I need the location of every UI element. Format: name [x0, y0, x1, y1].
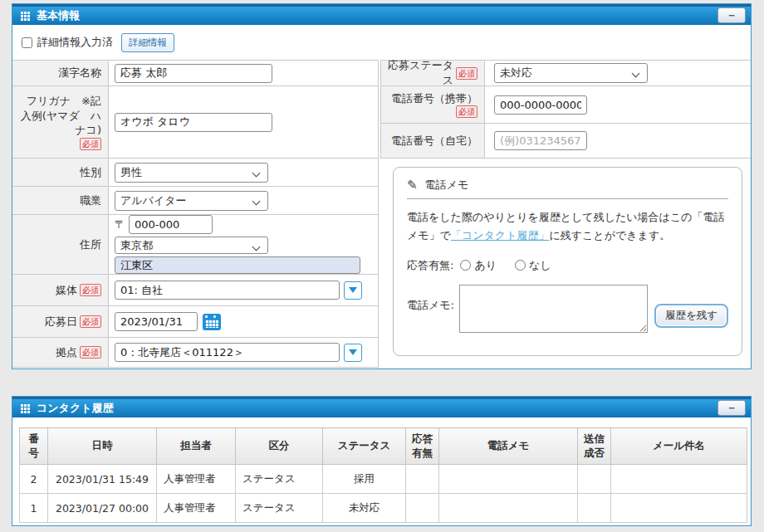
calendar-icon[interactable]: [203, 314, 221, 330]
table-header-row: 番号日時担当者区分ステータス応答有無電話メモ送信成否メール件名: [20, 428, 747, 465]
left-form-table: 漢字名称 フリガナ ※記入例(ヤマダ ハナコ) 必須 性別 男性 職業 アルバイ…: [12, 60, 379, 368]
contact-table-head: 番号日時担当者区分ステータス応答有無電話メモ送信成否メール件名: [20, 428, 747, 465]
table-cell: [406, 465, 439, 494]
detail-entered-label: 詳細情報入力済: [37, 35, 113, 50]
apply-date-input[interactable]: [115, 312, 198, 331]
furigana-required-badge: 必須: [80, 138, 101, 150]
basic-info-panel: 基本情報 − 詳細情報入力済 詳細情報 漢字名称 フリガナ ※記入例(ヤマダ ハ…: [12, 3, 752, 369]
status-select[interactable]: 未対応: [494, 63, 648, 83]
grid-icon: [21, 404, 30, 413]
panel-title: 基本情報: [37, 8, 80, 23]
pencil-icon: ✎: [407, 179, 418, 192]
table-cell: 2: [20, 465, 48, 494]
phone-memo-box: ✎ 電話メモ 電話をした際のやりとりを履歴として残したい場合はこの「電話メモ」で…: [393, 167, 742, 356]
column-header-3: 担当者: [157, 428, 236, 465]
occupation-value: アルバイター: [120, 193, 187, 208]
column-header-7: 電話メモ: [439, 428, 578, 465]
table-cell: 1: [20, 494, 48, 523]
column-header-1: 番号: [20, 428, 48, 465]
detail-info-button[interactable]: 詳細情報: [121, 33, 174, 52]
table-cell: 採用: [323, 465, 406, 494]
column-header-2: 日時: [48, 428, 157, 465]
media-label: 媒体: [56, 283, 77, 298]
minimize-button[interactable]: −: [717, 400, 746, 416]
answer-no-label: なし: [529, 258, 551, 273]
phone-memo-title: 電話メモ: [425, 178, 469, 193]
table-cell: [578, 465, 611, 494]
detail-entered-row: 詳細情報入力済 詳細情報: [12, 25, 751, 60]
table-row: 22023/01/31 15:49人事管理者ステータス採用: [20, 465, 747, 494]
panel-title: コンタクト履歴: [37, 401, 114, 416]
status-label: 応募ステータス: [384, 58, 453, 87]
grid-icon: [21, 12, 30, 21]
column-header-4: 区分: [236, 428, 323, 465]
table-cell: [406, 494, 439, 523]
status-required-badge: 必須: [456, 67, 478, 80]
apply-date-required-badge: 必須: [80, 315, 101, 328]
postal-mark: 〒: [115, 217, 125, 232]
answer-no-radio[interactable]: [515, 260, 526, 271]
table-cell: [611, 465, 747, 494]
media-input[interactable]: [115, 281, 340, 300]
table-cell: 人事管理者: [157, 465, 236, 494]
gender-select[interactable]: 男性: [115, 163, 268, 183]
kanji-name-input[interactable]: [115, 64, 272, 83]
media-required-badge: 必須: [80, 284, 101, 296]
phone-memo-textarea[interactable]: [459, 285, 648, 333]
column-header-9: メール件名: [611, 428, 747, 465]
address-label: 住所: [12, 215, 109, 274]
table-cell: ステータス: [236, 465, 323, 494]
phone-memo-description: 電話をした際のやりとりを履歴として残したい場合はこの「電話メモ」で「コンタクト履…: [407, 208, 728, 246]
home-phone-input[interactable]: [494, 131, 587, 150]
gender-value: 男性: [120, 165, 142, 180]
mobile-required-badge: 必須: [456, 105, 478, 118]
kanji-name-label: 漢字名称: [12, 61, 109, 85]
right-form-table: 応募ステータス 必須 未対応 電話番号（携帯） 必須 電話番号（自宅）: [380, 60, 751, 159]
branch-dropdown-button[interactable]: [344, 344, 362, 362]
answer-yes-radio[interactable]: [460, 260, 471, 271]
occupation-label: 職業: [12, 187, 109, 214]
memo-desc-after: に残すことができます。: [549, 229, 670, 242]
answer-yes-label: あり: [474, 258, 497, 273]
table-cell: 2023/01/31 15:49: [48, 465, 157, 494]
branch-required-badge: 必須: [80, 346, 101, 359]
column-header-8: 送信成否: [578, 428, 611, 465]
table-cell: [439, 465, 578, 494]
media-dropdown-button[interactable]: [344, 281, 362, 300]
prefecture-select[interactable]: 東京都: [115, 237, 268, 254]
occupation-select[interactable]: アルバイター: [115, 191, 268, 211]
contact-history-table: 番号日時担当者区分ステータス応答有無電話メモ送信成否メール件名 22023/01…: [19, 427, 747, 523]
save-history-button[interactable]: 履歴を残す: [654, 304, 728, 328]
table-cell: [578, 494, 611, 523]
contact-history-panel: コンタクト履歴 − 番号日時担当者区分ステータス応答有無電話メモ送信成否メール件…: [12, 396, 752, 526]
contact-history-link[interactable]: 「コンタクト履歴」: [451, 229, 550, 242]
mobile-phone-input[interactable]: [494, 95, 587, 115]
table-cell: ステータス: [236, 494, 323, 523]
table-cell: [439, 494, 578, 523]
minimize-button[interactable]: −: [717, 7, 746, 23]
column-header-6: 応答有無: [406, 428, 439, 465]
basic-info-header: 基本情報 −: [12, 4, 751, 25]
column-header-5: ステータス: [323, 428, 406, 465]
prefecture-value: 東京都: [120, 238, 153, 253]
furigana-input[interactable]: [115, 113, 272, 132]
phone-memo-input-label: 電話メモ:: [407, 298, 454, 313]
status-value: 未対応: [500, 66, 532, 81]
furigana-label: フリガナ ※記入例(ヤマダ ハナコ): [16, 94, 101, 138]
home-phone-label: 電話番号（自宅）: [381, 124, 485, 158]
table-cell: 2023/01/27 00:00: [48, 494, 157, 523]
contact-history-header: コンタクト履歴 −: [12, 397, 751, 417]
table-cell: [611, 494, 747, 523]
mobile-phone-label: 電話番号（携帯）: [391, 91, 478, 106]
contact-table-body: 22023/01/31 15:49人事管理者ステータス採用12023/01/27…: [20, 465, 747, 523]
branch-label: 拠点: [56, 345, 77, 360]
table-row: 12023/01/27 00:00人事管理者ステータス未対応: [20, 494, 747, 523]
postal-code-input[interactable]: [129, 215, 213, 234]
answer-presence-label: 応答有無:: [407, 258, 453, 273]
branch-input[interactable]: [115, 343, 340, 362]
table-cell: 未対応: [323, 494, 406, 523]
detail-entered-checkbox[interactable]: [22, 37, 32, 48]
table-cell: 人事管理者: [157, 494, 236, 523]
city-input[interactable]: [115, 256, 360, 274]
apply-date-label: 応募日: [45, 315, 77, 329]
